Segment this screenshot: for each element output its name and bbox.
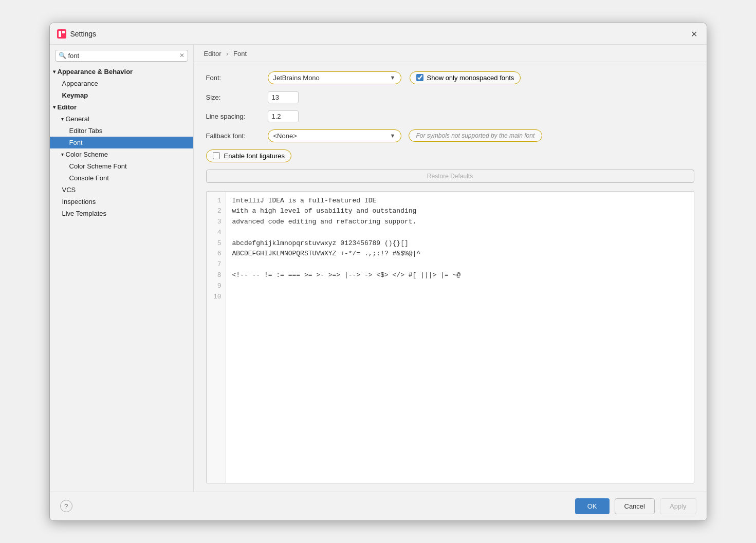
search-icon: 🔍 bbox=[59, 52, 66, 59]
fallback-dropdown[interactable]: <None> ▼ bbox=[268, 129, 401, 142]
size-label: Size: bbox=[206, 93, 268, 101]
sidebar-item-label: VCS bbox=[62, 186, 76, 194]
sidebar-item-color-scheme[interactable]: ▾ Color Scheme bbox=[50, 148, 193, 160]
dropdown-arrow-icon: ▼ bbox=[390, 133, 396, 139]
breadcrumb-separator: › bbox=[226, 50, 228, 58]
sidebar-item-vcs[interactable]: VCS bbox=[50, 184, 193, 196]
sidebar-item-label: Inspections bbox=[62, 198, 96, 205]
main-content: Editor › Font Font: JetBrains Mono ▼ Sho… bbox=[194, 45, 707, 492]
sidebar-item-label: Editor bbox=[58, 103, 77, 111]
settings-dialog: Settings ✕ 🔍 ✕ ▾ Appearance & Behavior A… bbox=[49, 23, 707, 521]
sidebar-item-appearance-behavior[interactable]: ▾ Appearance & Behavior bbox=[50, 66, 193, 78]
title-bar-left: Settings bbox=[57, 29, 97, 39]
dialog-title: Settings bbox=[70, 30, 97, 38]
chevron-icon: ▾ bbox=[53, 104, 56, 110]
font-dropdown[interactable]: JetBrains Mono ▼ bbox=[268, 71, 401, 84]
nav-tree: ▾ Appearance & Behavior Appearance Keyma… bbox=[50, 66, 193, 492]
line-number: 10 bbox=[212, 292, 222, 303]
monospaced-checkbox-group[interactable]: Show only monospaced fonts bbox=[410, 71, 521, 84]
size-input[interactable] bbox=[268, 91, 299, 103]
sidebar-item-console-font[interactable]: Console Font bbox=[50, 172, 193, 184]
sidebar: 🔍 ✕ ▾ Appearance & Behavior Appearance K… bbox=[50, 45, 194, 492]
action-buttons: OK Cancel Apply bbox=[575, 498, 696, 514]
ligatures-row[interactable]: Enable font ligatures bbox=[206, 149, 292, 162]
app-icon bbox=[57, 29, 66, 39]
sidebar-item-label: Appearance bbox=[62, 80, 98, 87]
preview-code: IntelliJ IDEA is a full-featured IDE wit… bbox=[226, 192, 694, 483]
svg-rect-0 bbox=[57, 29, 66, 39]
chevron-icon: ▾ bbox=[61, 152, 64, 157]
fallback-row: Fallback font: <None> ▼ For symbols not … bbox=[206, 129, 694, 142]
sidebar-item-editor-tabs[interactable]: Editor Tabs bbox=[50, 125, 193, 137]
sidebar-item-inspections[interactable]: Inspections bbox=[50, 196, 193, 208]
line-number: 2 bbox=[212, 206, 222, 217]
line-spacing-label: Line spacing: bbox=[206, 113, 268, 120]
sidebar-item-font[interactable]: Font bbox=[50, 137, 193, 148]
dialog-body: 🔍 ✕ ▾ Appearance & Behavior Appearance K… bbox=[50, 45, 707, 492]
line-number: 4 bbox=[212, 228, 222, 238]
sidebar-item-label: Color Scheme bbox=[66, 151, 108, 158]
fallback-dropdown-value: <None> bbox=[273, 132, 297, 140]
fallback-label: Fallback font: bbox=[206, 132, 268, 140]
font-row: Font: JetBrains Mono ▼ Show only monospa… bbox=[206, 71, 694, 84]
sidebar-item-color-scheme-font[interactable]: Color Scheme Font bbox=[50, 160, 193, 172]
font-dropdown-value: JetBrains Mono bbox=[273, 74, 320, 82]
line-number: 1 bbox=[212, 196, 222, 207]
ligatures-label[interactable]: Enable font ligatures bbox=[224, 152, 285, 160]
cancel-button[interactable]: Cancel bbox=[615, 498, 655, 514]
sidebar-item-general[interactable]: ▾ General bbox=[50, 113, 193, 125]
line-number: 8 bbox=[212, 270, 222, 281]
dropdown-arrow-icon: ▼ bbox=[390, 74, 396, 81]
sidebar-item-label: Color Scheme Font bbox=[69, 162, 127, 170]
fallback-hint: For symbols not supported by the main fo… bbox=[409, 129, 543, 142]
help-button[interactable]: ? bbox=[60, 500, 72, 512]
sidebar-item-label: Font bbox=[69, 139, 83, 146]
apply-button[interactable]: Apply bbox=[660, 498, 696, 514]
chevron-icon: ▾ bbox=[61, 116, 64, 122]
svg-rect-2 bbox=[62, 31, 65, 33]
line-number: 7 bbox=[212, 259, 222, 270]
line-number: 3 bbox=[212, 217, 222, 228]
clear-icon[interactable]: ✕ bbox=[179, 52, 185, 59]
breadcrumb-current: Font bbox=[233, 50, 247, 58]
sidebar-item-editor[interactable]: ▾ Editor bbox=[50, 101, 193, 113]
sidebar-item-label: Appearance & Behavior bbox=[58, 68, 133, 76]
line-number: 9 bbox=[212, 281, 222, 292]
size-row: Size: bbox=[206, 91, 694, 103]
sidebar-item-label: Keymap bbox=[62, 91, 88, 99]
ligatures-checkbox[interactable] bbox=[213, 152, 220, 159]
close-button[interactable]: ✕ bbox=[689, 28, 699, 40]
breadcrumb-parent: Editor bbox=[204, 50, 222, 58]
sidebar-item-label: Console Font bbox=[69, 174, 109, 182]
line-number: 5 bbox=[212, 238, 222, 249]
search-box[interactable]: 🔍 ✕ bbox=[55, 50, 188, 62]
title-bar: Settings ✕ bbox=[50, 23, 707, 45]
font-label: Font: bbox=[206, 74, 268, 82]
form-area: Font: JetBrains Mono ▼ Show only monospa… bbox=[194, 62, 707, 492]
sidebar-item-label: General bbox=[66, 115, 89, 123]
sidebar-item-keymap[interactable]: Keymap bbox=[50, 89, 193, 101]
sidebar-item-live-templates[interactable]: Live Templates bbox=[50, 208, 193, 219]
bottom-bar: ? OK Cancel Apply bbox=[50, 492, 707, 520]
ok-button[interactable]: OK bbox=[575, 498, 610, 514]
line-spacing-row: Line spacing: bbox=[206, 110, 694, 122]
sidebar-item-appearance[interactable]: Appearance bbox=[50, 78, 193, 89]
svg-rect-3 bbox=[62, 34, 65, 37]
restore-defaults-button[interactable]: Restore Defaults bbox=[206, 170, 694, 183]
line-number: 6 bbox=[212, 249, 222, 259]
preview-area: 1 2 3 4 5 6 7 8 9 10 IntelliJ IDEA is a … bbox=[206, 191, 694, 483]
sidebar-item-label: Live Templates bbox=[62, 210, 106, 217]
line-numbers: 1 2 3 4 5 6 7 8 9 10 bbox=[207, 192, 226, 483]
breadcrumb: Editor › Font bbox=[194, 45, 707, 62]
chevron-icon: ▾ bbox=[53, 69, 56, 74]
svg-rect-1 bbox=[59, 31, 61, 37]
monospaced-label[interactable]: Show only monospaced fonts bbox=[427, 74, 514, 82]
monospaced-checkbox[interactable] bbox=[416, 74, 423, 81]
line-spacing-input[interactable] bbox=[268, 110, 299, 122]
sidebar-item-label: Editor Tabs bbox=[69, 127, 103, 135]
search-input[interactable] bbox=[68, 52, 179, 60]
